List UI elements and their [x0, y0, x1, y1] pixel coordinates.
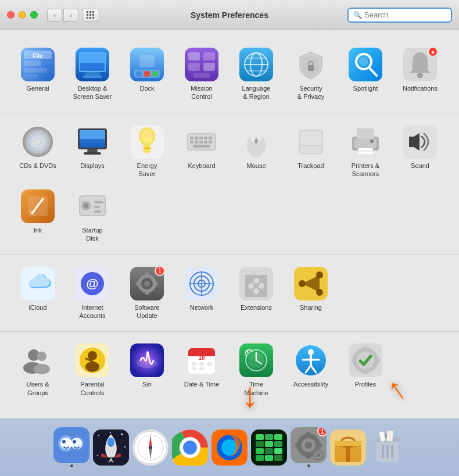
- pref-item-software-update[interactable]: 1 SoftwareUpdate: [121, 262, 173, 325]
- pref-item-energy[interactable]: EnergySaver: [121, 120, 173, 183]
- pref-item-cds[interactable]: CDs & DVDs: [12, 120, 64, 183]
- svg-point-126: [88, 351, 97, 360]
- pref-item-sound[interactable]: Sound: [394, 120, 446, 183]
- pref-item-language[interactable]: Language& Region: [230, 43, 282, 106]
- pref-item-users[interactable]: Users &Groups: [12, 339, 64, 402]
- system-prefs-dock-icon: 1: [291, 427, 327, 463]
- svg-point-114: [259, 283, 264, 289]
- dock-item-giftbox[interactable]: [330, 430, 366, 466]
- close-button[interactable]: [7, 11, 15, 19]
- svg-rect-198: [274, 455, 282, 461]
- svg-rect-156: [363, 370, 368, 374]
- dock-item-finder[interactable]: [53, 427, 89, 467]
- dock-icon: [130, 48, 164, 81]
- pref-item-parental[interactable]: ParentalControls: [66, 339, 119, 402]
- sound-icon: [403, 125, 437, 159]
- pref-item-printers[interactable]: Printers &Scanners: [339, 120, 392, 183]
- svg-rect-197: [265, 455, 273, 461]
- main-content: File General: [0, 30, 459, 418]
- svg-rect-61: [199, 141, 203, 144]
- minimize-button[interactable]: [19, 11, 26, 19]
- traffic-lights: [7, 11, 38, 19]
- forward-button[interactable]: ›: [63, 9, 78, 22]
- dock-item-launchpad[interactable]: [93, 430, 129, 466]
- svg-rect-203: [306, 432, 311, 438]
- svg-rect-76: [358, 152, 373, 154]
- pref-item-dock[interactable]: Dock: [121, 43, 173, 106]
- dock-item-chrome[interactable]: [172, 430, 208, 466]
- launchpad-dock-icon: [93, 430, 129, 466]
- security-icon: [294, 48, 328, 81]
- svg-text:@: @: [86, 276, 98, 291]
- svg-rect-54: [190, 137, 193, 139]
- svg-point-95: [144, 281, 150, 287]
- svg-rect-139: [199, 367, 204, 370]
- pref-item-keyboard[interactable]: Keyboard: [175, 120, 228, 183]
- users-icon: [21, 343, 55, 377]
- maximize-button[interactable]: [30, 11, 38, 19]
- pref-item-trackpad[interactable]: Trackpad: [285, 120, 337, 183]
- pref-item-mouse[interactable]: Mouse: [230, 120, 282, 183]
- svg-rect-20: [203, 52, 215, 60]
- pref-item-ink[interactable]: Ink: [12, 185, 64, 248]
- startup-label: StartupDisk: [82, 226, 102, 243]
- system-prefs-dot: [307, 464, 310, 467]
- pref-item-startup[interactable]: StartupDisk: [66, 185, 119, 248]
- dock-item-pockettube[interactable]: [251, 430, 287, 466]
- svg-rect-187: [256, 434, 264, 440]
- svg-rect-75: [358, 148, 373, 151]
- search-box[interactable]: 🔍: [347, 8, 452, 23]
- svg-rect-19: [188, 52, 200, 60]
- language-icon: [239, 48, 273, 81]
- back-button[interactable]: ‹: [47, 9, 62, 22]
- pref-item-internet-accounts[interactable]: @ InternetAccounts: [66, 262, 119, 325]
- pref-item-displays[interactable]: Displays: [66, 120, 119, 183]
- svg-rect-215: [335, 441, 361, 446]
- svg-rect-21: [188, 63, 200, 71]
- svg-rect-191: [265, 441, 273, 447]
- profiles-icon: [349, 343, 382, 377]
- search-input[interactable]: [364, 10, 446, 19]
- search-icon: 🔍: [353, 11, 362, 19]
- internet-accounts-icon: @: [76, 267, 109, 300]
- pref-item-mission-control[interactable]: MissionControl: [175, 43, 228, 106]
- pref-item-accessibility[interactable]: Accessibility: [285, 339, 337, 402]
- svg-rect-57: [204, 137, 207, 139]
- dock-item-firefox[interactable]: [211, 430, 248, 466]
- svg-point-49: [141, 130, 153, 144]
- svg-point-112: [253, 288, 259, 294]
- pref-item-network[interactable]: Network: [175, 262, 228, 325]
- pockettube-dock-icon: [251, 430, 287, 466]
- pref-item-date-time[interactable]: 18 Date & Time: [175, 339, 228, 402]
- svg-point-172: [107, 438, 114, 447]
- pref-item-icloud[interactable]: iCloud: [12, 262, 64, 325]
- pref-item-profiles[interactable]: Profiles: [339, 339, 392, 402]
- pref-item-sharing[interactable]: Sharing: [285, 262, 337, 325]
- section-system: Users &Groups ParentalControls: [0, 332, 459, 409]
- pref-item-notifications[interactable]: ● Notifications: [394, 43, 446, 106]
- ink-label: Ink: [34, 226, 42, 234]
- extensions-icon: [239, 267, 273, 300]
- dock-item-trash[interactable]: [370, 430, 406, 466]
- svg-rect-99: [153, 282, 158, 285]
- pref-item-extensions[interactable]: Extensions: [230, 262, 282, 325]
- dock-item-safari[interactable]: [132, 430, 168, 466]
- pref-item-time-machine[interactable]: TimeMachine: [230, 339, 282, 402]
- software-update-icon: 1: [130, 267, 164, 300]
- dock-item-system-prefs[interactable]: 1: [291, 427, 327, 467]
- svg-point-209: [317, 453, 320, 457]
- svg-rect-138: [192, 367, 196, 370]
- grid-view-button[interactable]: [82, 9, 99, 22]
- pref-item-spotlight[interactable]: Spotlight: [339, 43, 392, 106]
- security-label: Security& Privacy: [297, 84, 324, 101]
- mission-control-label: MissionControl: [191, 84, 212, 101]
- nav-buttons: ‹ ›: [47, 9, 78, 22]
- pref-item-desktop[interactable]: Desktop &Screen Saver: [66, 43, 119, 106]
- pref-item-general[interactable]: File General: [12, 43, 64, 106]
- keyboard-icon: [185, 125, 218, 159]
- svg-rect-96: [145, 273, 149, 277]
- pref-item-security[interactable]: Security& Privacy: [285, 43, 337, 106]
- pref-item-siri[interactable]: Siri: [121, 339, 173, 402]
- svg-rect-11: [83, 76, 102, 78]
- software-update-label: SoftwareUpdate: [134, 303, 159, 320]
